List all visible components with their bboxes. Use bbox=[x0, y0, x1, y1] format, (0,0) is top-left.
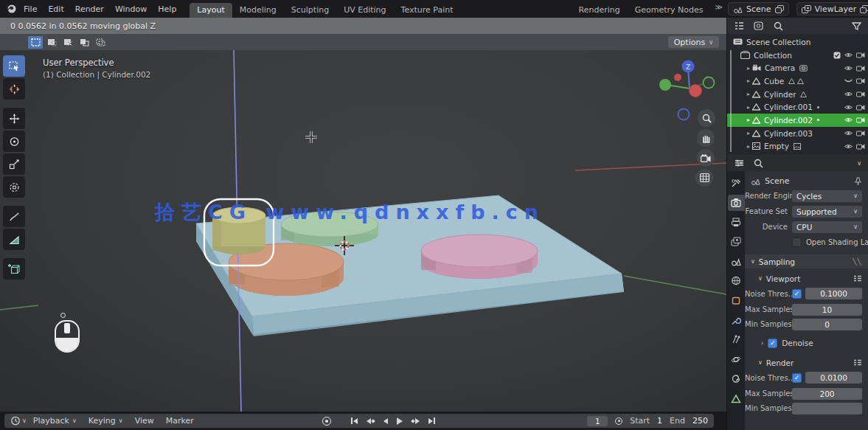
camera-visibility-icon[interactable] bbox=[856, 91, 865, 97]
viewport-subsection-header[interactable]: ∨ Viewport bbox=[745, 272, 868, 285]
mesh-data-icon[interactable] bbox=[800, 91, 807, 97]
tab-uv-editing[interactable]: UV Editing bbox=[336, 3, 393, 18]
viewport-min-samples-field[interactable]: 0 bbox=[792, 319, 862, 330]
properties-tab-physics[interactable] bbox=[728, 351, 745, 367]
eye-closed-icon[interactable] bbox=[844, 77, 853, 84]
viewport-noise-threshold-field[interactable]: 0.1000 bbox=[805, 288, 862, 299]
camera-visibility-icon[interactable] bbox=[856, 117, 865, 123]
current-frame-field[interactable]: 1 bbox=[587, 416, 608, 426]
render-min-samples-field[interactable] bbox=[792, 403, 862, 415]
timeline-menu-playback[interactable]: Playback∨ bbox=[28, 416, 82, 426]
render-noise-threshold-checkbox[interactable]: ✓ bbox=[792, 373, 802, 383]
exclude-checkbox-icon[interactable] bbox=[833, 52, 841, 59]
denoise-checkbox[interactable]: ✓ bbox=[768, 339, 777, 348]
next-keyframe-button[interactable] bbox=[409, 418, 422, 424]
render-max-samples-field[interactable]: 200 bbox=[792, 388, 862, 400]
new-scene-icon[interactable] bbox=[775, 5, 784, 13]
menu-window[interactable]: Window bbox=[110, 3, 152, 15]
search-icon[interactable] bbox=[754, 159, 763, 168]
render-noise-threshold-field[interactable]: 0.0100 bbox=[805, 372, 862, 384]
select-mode-invert-button[interactable] bbox=[77, 36, 91, 49]
pin-icon[interactable] bbox=[854, 177, 862, 186]
zoom-view-button[interactable] bbox=[698, 109, 715, 127]
blender-logo-icon[interactable] bbox=[6, 4, 18, 14]
expand-caret-icon[interactable]: ▸ bbox=[745, 104, 752, 111]
tool-rotate[interactable] bbox=[3, 131, 25, 152]
eye-icon[interactable] bbox=[844, 130, 853, 136]
outliner-row-cylinder-001[interactable]: ▸ Cylinder.001 bbox=[727, 100, 868, 114]
jump-to-start-button[interactable] bbox=[349, 417, 360, 424]
tool-scale[interactable] bbox=[3, 153, 25, 175]
tab-modeling[interactable]: Modeling bbox=[232, 3, 284, 18]
expand-caret-icon[interactable]: ▸ bbox=[745, 117, 752, 123]
timeline-editor-icon[interactable] bbox=[10, 416, 21, 426]
gizmo-z-axis-neg[interactable] bbox=[678, 109, 690, 120]
outliner-row-camera[interactable]: ▸ Camera bbox=[727, 61, 868, 74]
new-viewlayer-icon[interactable] bbox=[860, 5, 868, 13]
tool-annotate[interactable] bbox=[3, 206, 25, 227]
properties-tab-world[interactable] bbox=[728, 273, 745, 289]
properties-tab-tool[interactable] bbox=[728, 175, 745, 191]
cylinder-pink[interactable] bbox=[421, 235, 538, 279]
properties-tab-scene[interactable] bbox=[728, 253, 745, 269]
start-frame-value[interactable]: 1 bbox=[657, 416, 662, 426]
eye-icon[interactable] bbox=[844, 143, 853, 150]
preset-menu-icon[interactable] bbox=[853, 275, 862, 282]
outliner-row-empty[interactable]: ▸ Empty bbox=[727, 140, 868, 153]
eye-icon[interactable] bbox=[844, 91, 853, 97]
expand-arrow-icon[interactable]: › bbox=[761, 340, 763, 347]
mesh-data-icon[interactable] bbox=[797, 78, 804, 84]
tool-select-box[interactable] bbox=[3, 55, 25, 77]
scene-selector[interactable]: Scene bbox=[728, 2, 789, 15]
tool-cursor[interactable] bbox=[3, 78, 25, 100]
filter-icon[interactable] bbox=[852, 22, 861, 30]
camera-visibility-icon[interactable] bbox=[856, 130, 865, 136]
chevron-down-icon[interactable]: ∨ bbox=[857, 160, 861, 167]
image-data-icon[interactable] bbox=[794, 143, 801, 150]
properties-tab-modifiers[interactable] bbox=[728, 312, 745, 328]
tool-measure[interactable] bbox=[3, 229, 25, 250]
prev-keyframe-button[interactable] bbox=[364, 418, 377, 424]
gizmo-y-axis[interactable] bbox=[659, 79, 671, 91]
tab-texture-paint[interactable]: Texture Paint bbox=[394, 3, 461, 18]
outliner-row-collection[interactable]: Collection bbox=[727, 49, 868, 62]
timeline-menu-view[interactable]: View bbox=[130, 416, 159, 426]
noise-threshold-checkbox[interactable]: ✓ bbox=[792, 289, 802, 299]
select-mode-subtract-button[interactable] bbox=[60, 36, 75, 49]
outliner-row-cylinder[interactable]: ▸ Cylinder bbox=[727, 88, 868, 101]
gizmo-x-axis[interactable] bbox=[690, 85, 702, 97]
preset-menu-icon[interactable] bbox=[853, 359, 862, 366]
pan-view-hand-button[interactable] bbox=[697, 129, 715, 147]
tab-rendering[interactable]: Rendering bbox=[572, 3, 628, 18]
tab-geometry-nodes[interactable]: Geometry Nodes bbox=[628, 3, 711, 18]
properties-tab-view-layer[interactable] bbox=[728, 234, 745, 250]
expand-caret-icon[interactable]: ▸ bbox=[745, 77, 752, 84]
outliner-row-cube[interactable]: ▸ Cube bbox=[727, 74, 868, 88]
camera-view-button[interactable] bbox=[697, 149, 715, 167]
select-mode-intersect-button[interactable] bbox=[93, 36, 108, 49]
mesh-data-icon[interactable] bbox=[788, 78, 795, 84]
tool-move[interactable] bbox=[3, 108, 25, 129]
osl-checkbox[interactable] bbox=[792, 237, 802, 247]
tab-layout[interactable]: Layout bbox=[190, 3, 232, 18]
eye-icon[interactable] bbox=[844, 117, 853, 123]
eye-icon[interactable] bbox=[844, 65, 853, 72]
tool-transform[interactable] bbox=[3, 176, 25, 198]
scene-canvas[interactable]: Z bbox=[0, 50, 726, 412]
render-engine-dropdown[interactable]: Cycles ∨ bbox=[792, 190, 862, 202]
end-frame-value[interactable]: 250 bbox=[692, 416, 708, 426]
tool-add-cube[interactable] bbox=[3, 258, 25, 280]
menu-render[interactable]: Render bbox=[70, 3, 109, 15]
viewport-max-samples-field[interactable]: 10 bbox=[792, 304, 862, 316]
camera-visibility-icon[interactable] bbox=[856, 77, 865, 84]
properties-tab-constraints[interactable] bbox=[728, 371, 745, 387]
camera-visibility-icon[interactable] bbox=[856, 143, 865, 150]
camera-data-icon[interactable] bbox=[799, 65, 808, 72]
properties-tab-render[interactable] bbox=[728, 195, 745, 211]
device-dropdown[interactable]: CPU ∨ bbox=[792, 221, 862, 233]
options-button[interactable]: Options ∨ bbox=[668, 36, 719, 48]
outliner-editor-icon[interactable] bbox=[734, 21, 745, 30]
play-button[interactable] bbox=[395, 417, 405, 425]
expand-caret-icon[interactable]: ▸ bbox=[745, 130, 752, 136]
gizmo-x-axis-small[interactable] bbox=[674, 74, 681, 81]
